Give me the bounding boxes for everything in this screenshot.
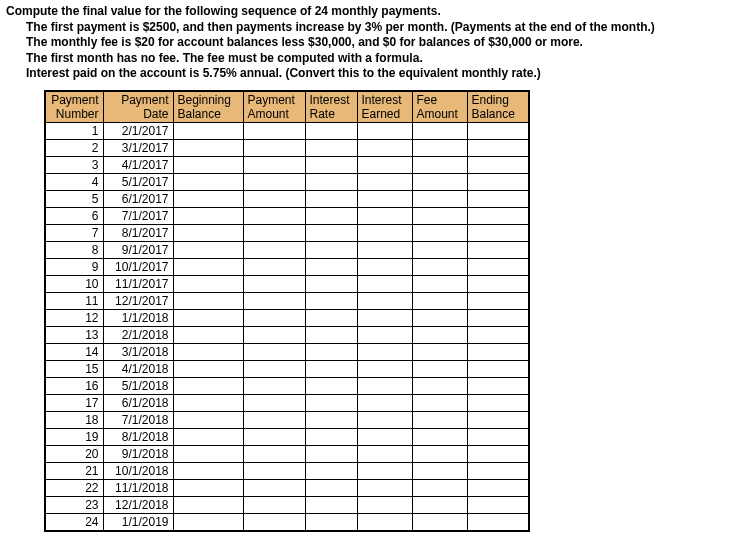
- cell-empty[interactable]: [243, 360, 305, 377]
- cell-empty[interactable]: [412, 275, 467, 292]
- cell-payment-date[interactable]: 7/1/2018: [103, 411, 173, 428]
- cell-empty[interactable]: [173, 411, 243, 428]
- cell-empty[interactable]: [467, 411, 529, 428]
- cell-empty[interactable]: [467, 122, 529, 139]
- cell-empty[interactable]: [173, 377, 243, 394]
- cell-empty[interactable]: [173, 207, 243, 224]
- cell-empty[interactable]: [412, 241, 467, 258]
- cell-empty[interactable]: [173, 479, 243, 496]
- cell-empty[interactable]: [412, 462, 467, 479]
- cell-empty[interactable]: [305, 411, 357, 428]
- cell-empty[interactable]: [243, 122, 305, 139]
- cell-empty[interactable]: [357, 258, 412, 275]
- cell-empty[interactable]: [412, 139, 467, 156]
- cell-empty[interactable]: [173, 292, 243, 309]
- cell-empty[interactable]: [173, 496, 243, 513]
- cell-payment-number[interactable]: 15: [45, 360, 103, 377]
- cell-empty[interactable]: [243, 411, 305, 428]
- cell-empty[interactable]: [173, 326, 243, 343]
- cell-empty[interactable]: [243, 428, 305, 445]
- cell-empty[interactable]: [467, 479, 529, 496]
- cell-empty[interactable]: [467, 428, 529, 445]
- cell-empty[interactable]: [467, 258, 529, 275]
- cell-empty[interactable]: [243, 156, 305, 173]
- cell-empty[interactable]: [412, 309, 467, 326]
- cell-payment-number[interactable]: 9: [45, 258, 103, 275]
- cell-empty[interactable]: [173, 428, 243, 445]
- cell-empty[interactable]: [357, 445, 412, 462]
- cell-empty[interactable]: [243, 173, 305, 190]
- cell-payment-date[interactable]: 9/1/2017: [103, 241, 173, 258]
- cell-payment-number[interactable]: 7: [45, 224, 103, 241]
- cell-payment-date[interactable]: 5/1/2018: [103, 377, 173, 394]
- cell-empty[interactable]: [357, 173, 412, 190]
- cell-payment-number[interactable]: 14: [45, 343, 103, 360]
- cell-empty[interactable]: [357, 326, 412, 343]
- cell-empty[interactable]: [305, 292, 357, 309]
- cell-empty[interactable]: [243, 394, 305, 411]
- cell-empty[interactable]: [357, 360, 412, 377]
- cell-payment-number[interactable]: 19: [45, 428, 103, 445]
- cell-empty[interactable]: [357, 462, 412, 479]
- cell-empty[interactable]: [305, 496, 357, 513]
- cell-empty[interactable]: [305, 241, 357, 258]
- cell-empty[interactable]: [412, 343, 467, 360]
- cell-empty[interactable]: [243, 139, 305, 156]
- cell-empty[interactable]: [467, 173, 529, 190]
- cell-empty[interactable]: [305, 428, 357, 445]
- cell-payment-number[interactable]: 21: [45, 462, 103, 479]
- cell-empty[interactable]: [412, 428, 467, 445]
- cell-empty[interactable]: [412, 513, 467, 531]
- cell-empty[interactable]: [357, 513, 412, 531]
- cell-empty[interactable]: [357, 122, 412, 139]
- cell-payment-date[interactable]: 12/1/2018: [103, 496, 173, 513]
- cell-payment-number[interactable]: 1: [45, 122, 103, 139]
- cell-empty[interactable]: [305, 122, 357, 139]
- cell-empty[interactable]: [305, 479, 357, 496]
- cell-payment-number[interactable]: 11: [45, 292, 103, 309]
- cell-empty[interactable]: [412, 224, 467, 241]
- cell-empty[interactable]: [357, 292, 412, 309]
- cell-empty[interactable]: [243, 496, 305, 513]
- cell-empty[interactable]: [173, 275, 243, 292]
- cell-empty[interactable]: [357, 377, 412, 394]
- cell-empty[interactable]: [243, 479, 305, 496]
- cell-payment-number[interactable]: 5: [45, 190, 103, 207]
- cell-empty[interactable]: [467, 190, 529, 207]
- cell-empty[interactable]: [412, 190, 467, 207]
- cell-payment-date[interactable]: 10/1/2017: [103, 258, 173, 275]
- cell-empty[interactable]: [467, 156, 529, 173]
- cell-empty[interactable]: [467, 309, 529, 326]
- cell-empty[interactable]: [467, 496, 529, 513]
- cell-empty[interactable]: [305, 513, 357, 531]
- cell-empty[interactable]: [357, 207, 412, 224]
- cell-payment-date[interactable]: 7/1/2017: [103, 207, 173, 224]
- cell-empty[interactable]: [243, 258, 305, 275]
- cell-payment-number[interactable]: 10: [45, 275, 103, 292]
- cell-empty[interactable]: [357, 343, 412, 360]
- cell-payment-number[interactable]: 8: [45, 241, 103, 258]
- cell-empty[interactable]: [467, 207, 529, 224]
- cell-payment-date[interactable]: 4/1/2017: [103, 156, 173, 173]
- cell-empty[interactable]: [357, 309, 412, 326]
- cell-payment-number[interactable]: 17: [45, 394, 103, 411]
- cell-empty[interactable]: [412, 122, 467, 139]
- cell-empty[interactable]: [412, 173, 467, 190]
- cell-empty[interactable]: [412, 258, 467, 275]
- cell-empty[interactable]: [305, 360, 357, 377]
- cell-payment-date[interactable]: 1/1/2018: [103, 309, 173, 326]
- cell-empty[interactable]: [412, 207, 467, 224]
- cell-empty[interactable]: [173, 343, 243, 360]
- cell-empty[interactable]: [305, 258, 357, 275]
- cell-empty[interactable]: [467, 462, 529, 479]
- cell-empty[interactable]: [305, 343, 357, 360]
- cell-payment-number[interactable]: 16: [45, 377, 103, 394]
- cell-payment-date[interactable]: 11/1/2018: [103, 479, 173, 496]
- cell-empty[interactable]: [173, 445, 243, 462]
- cell-empty[interactable]: [305, 139, 357, 156]
- cell-payment-number[interactable]: 3: [45, 156, 103, 173]
- cell-empty[interactable]: [173, 513, 243, 531]
- cell-payment-number[interactable]: 6: [45, 207, 103, 224]
- cell-empty[interactable]: [357, 139, 412, 156]
- cell-empty[interactable]: [412, 394, 467, 411]
